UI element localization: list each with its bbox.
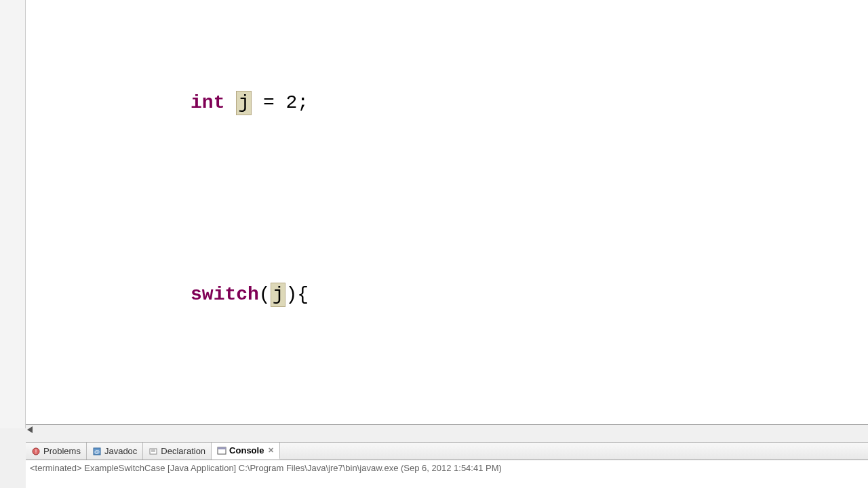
view-tab-bar: ! Problems @ Javadoc Declaration Console… [26,443,868,460]
folding-strip[interactable] [56,0,64,428]
tab-javadoc[interactable]: @ Javadoc [87,443,143,460]
tab-label: Javadoc [104,446,137,456]
keyword-switch: switch [191,284,259,305]
console-icon [217,446,226,455]
svg-text:!: ! [35,448,37,455]
code-editor[interactable]: int j = 2; switch(j){ case 0: System.out… [26,0,868,428]
bottom-panel: ! Problems @ Javadoc Declaration Console… [26,442,868,488]
line-number-gutter [0,0,26,428]
close-icon[interactable]: ✕ [268,446,274,455]
tab-declaration[interactable]: Declaration [143,443,212,460]
console-status-text: <terminated> ExampleSwitchCase [Java App… [26,460,868,476]
horizontal-scrollbar[interactable] [26,424,868,438]
tab-problems[interactable]: ! Problems [26,443,87,460]
scroll-left-icon[interactable] [27,426,33,433]
var-j-declaration: j [236,91,252,115]
declaration-icon [149,447,158,456]
problems-icon: ! [31,447,41,456]
svg-rect-8 [218,447,226,449]
source-code[interactable]: int j = 2; switch(j){ case 0: System.out… [77,7,749,428]
tab-console[interactable]: Console ✕ [212,443,280,460]
var-j-usage: j [271,283,286,307]
tab-label: Problems [43,446,81,456]
keyword-int: int [191,92,224,113]
tab-label: Console [229,445,264,455]
svg-text:@: @ [94,449,100,455]
tab-label: Declaration [161,446,205,456]
javadoc-icon: @ [92,447,102,456]
